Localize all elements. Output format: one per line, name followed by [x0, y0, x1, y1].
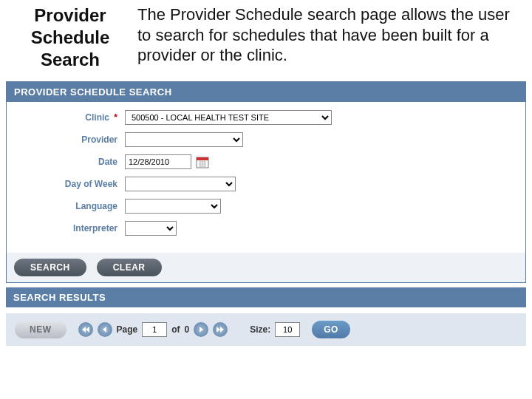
- row-interpreter: Interpreter: [14, 220, 518, 236]
- last-page-icon[interactable]: [213, 322, 228, 337]
- of-label: of: [171, 324, 180, 335]
- size-label: Size:: [250, 324, 270, 335]
- provider-select[interactable]: [125, 132, 243, 147]
- page-title: Provider Schedule Search: [15, 4, 126, 71]
- required-mark: *: [114, 112, 117, 123]
- day-of-week-select[interactable]: [125, 177, 236, 191]
- next-page-icon[interactable]: [194, 322, 208, 337]
- page-label: Page: [117, 324, 138, 335]
- row-clinic: Clinic * 500500 - LOCAL HEALTH TEST SITE: [14, 109, 518, 126]
- label-language: Language: [14, 201, 125, 211]
- go-button[interactable]: GO: [312, 321, 350, 338]
- row-language: Language: [14, 198, 518, 214]
- clinic-select[interactable]: 500500 - LOCAL HEALTH TEST SITE: [125, 110, 332, 125]
- first-page-icon[interactable]: [78, 322, 93, 337]
- clear-button[interactable]: CLEAR: [97, 259, 162, 276]
- doc-header: Provider Schedule Search The Provider Sc…: [0, 0, 532, 81]
- calendar-icon[interactable]: [196, 155, 209, 168]
- label-date: Date: [14, 157, 125, 167]
- search-panel: PROVIDER SCHEDULE SEARCH Clinic * 500500…: [6, 81, 526, 283]
- label-provider: Provider: [14, 134, 125, 145]
- label-clinic-text: Clinic: [85, 112, 109, 123]
- label-day-of-week: Day of Week: [14, 179, 125, 189]
- button-row: SEARCH CLEAR: [7, 253, 525, 282]
- page-description: The Provider Schedule search page allows…: [137, 4, 517, 71]
- svg-rect-1: [197, 157, 208, 160]
- row-date: Date: [14, 154, 518, 170]
- interpreter-select[interactable]: [125, 221, 177, 236]
- label-interpreter: Interpreter: [14, 223, 125, 233]
- search-form: Clinic * 500500 - LOCAL HEALTH TEST SITE…: [7, 102, 525, 253]
- row-provider: Provider: [14, 132, 518, 148]
- new-button[interactable]: NEW: [15, 321, 66, 338]
- page-input[interactable]: [142, 322, 167, 337]
- search-button[interactable]: SEARCH: [14, 259, 86, 276]
- total-pages: 0: [185, 324, 190, 335]
- size-input[interactable]: [275, 322, 300, 337]
- date-input[interactable]: [125, 154, 191, 169]
- search-panel-header: PROVIDER SCHEDULE SEARCH: [7, 82, 525, 102]
- results-header: SEARCH RESULTS: [6, 287, 526, 307]
- row-day-of-week: Day of Week: [14, 176, 518, 192]
- pager-bar: NEW Page of 0 Size: GO: [6, 313, 526, 346]
- label-clinic: Clinic *: [14, 112, 125, 123]
- prev-page-icon[interactable]: [98, 322, 112, 337]
- language-select[interactable]: [125, 199, 221, 214]
